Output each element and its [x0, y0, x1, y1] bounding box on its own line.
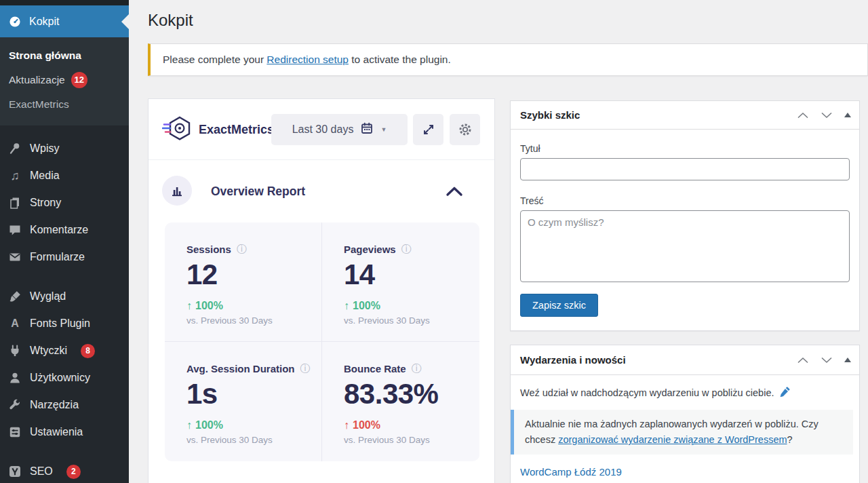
date-range-button[interactable]: Last 30 days ▼	[271, 114, 408, 145]
draft-title-label: Tytuł	[520, 143, 540, 154]
move-down-icon[interactable]	[821, 111, 833, 119]
expand-report-button[interactable]	[413, 114, 443, 145]
media-icon: ♫	[8, 169, 22, 182]
move-up-icon[interactable]	[797, 356, 809, 364]
stat-compare: vs. Previous 30 Days	[186, 435, 321, 445]
dashboard-gauge-icon	[8, 15, 22, 28]
up-arrow-icon: ↑	[186, 300, 192, 311]
chevron-down-icon: ▼	[380, 126, 387, 133]
exactmetrics-header: ExactMetrics Last 30 days ▼	[149, 99, 494, 160]
pencil-icon[interactable]	[779, 386, 791, 400]
quick-draft-panel: Szybki szkic Tytuł Treść Zapisz szkic	[510, 100, 860, 331]
plug-icon	[8, 344, 22, 358]
sidebar-item-dashboard[interactable]: Kokpit	[0, 5, 129, 37]
info-icon[interactable]: ⓘ	[412, 362, 422, 375]
wrench-icon	[8, 398, 22, 412]
info-icon[interactable]: ⓘ	[300, 362, 310, 375]
sidebar-item-plugins[interactable]: Wtyczki 8	[0, 337, 129, 364]
date-range-label: Last 30 days	[292, 123, 354, 136]
gear-icon	[458, 122, 473, 137]
stat-avg-session-duration: Avg. Session Durationⓘ 1s ↑100% vs. Prev…	[165, 342, 322, 461]
pin-icon	[8, 142, 22, 155]
move-up-icon[interactable]	[797, 111, 809, 119]
report-settings-button[interactable]	[450, 114, 480, 145]
save-draft-button[interactable]: Zapisz szkic	[520, 294, 598, 317]
admin-content: Kokpit Please complete your Redirection …	[129, 0, 868, 483]
stat-pageviews: Pageviewsⓘ 14 ↑100% vs. Previous 30 Days	[322, 223, 479, 342]
events-intro: Weź udział w nadchodzącym wydarzeniu w p…	[520, 386, 791, 400]
sidebar-item-posts[interactable]: Wpisy	[0, 135, 129, 162]
sliders-icon	[8, 425, 22, 439]
sidebar-item-settings[interactable]: Ustawienia	[0, 419, 129, 446]
plugins-count-badge: 8	[81, 344, 95, 358]
menu-group-seo: SEO 2	[0, 458, 129, 483]
stat-value: 12	[186, 258, 321, 291]
stat-compare: vs. Previous 30 Days	[344, 435, 479, 445]
page-title: Kokpit	[148, 11, 193, 30]
sidebar-item-appearance[interactable]: Wygląd	[0, 283, 129, 310]
stat-change: ↑100%	[186, 300, 321, 312]
overview-report-title: Overview Report	[211, 160, 305, 223]
sidebar-item-label: Kokpit	[29, 16, 59, 28]
events-news-title: Wydarzenia i nowości	[520, 354, 797, 366]
active-menu-arrow	[121, 14, 129, 29]
organize-event-link[interactable]: zorganizować wydarzenie związane z WordP…	[558, 434, 787, 445]
exactmetrics-brand: ExactMetrics	[199, 99, 272, 160]
stat-compare: vs. Previous 30 Days	[186, 315, 321, 326]
sidebar-item-seo[interactable]: SEO 2	[0, 458, 129, 483]
updates-count-badge: 12	[71, 72, 87, 88]
overview-report-header[interactable]: Overview Report	[149, 160, 494, 223]
up-arrow-icon: ↑	[186, 419, 192, 431]
collapse-toggle-icon[interactable]	[844, 358, 851, 362]
sidebar-item-pages[interactable]: Strony	[0, 189, 129, 216]
up-arrow-icon: ↑	[344, 300, 349, 311]
bar-chart-icon	[162, 176, 192, 206]
user-icon	[8, 371, 22, 385]
wordcamp-event-link[interactable]: WordCamp Łódź 2019	[520, 466, 622, 478]
brush-icon	[8, 290, 22, 303]
comment-icon	[8, 223, 22, 237]
stat-value: 1s	[186, 378, 321, 410]
move-down-icon[interactable]	[821, 356, 833, 364]
stat-change: ↑100%	[344, 419, 479, 431]
menu-group-site: Wygląd A Fonts Plugin Wtyczki 8 Użytkown…	[0, 283, 129, 446]
stat-value: 14	[344, 258, 479, 291]
info-icon[interactable]: ⓘ	[401, 243, 412, 256]
yoast-icon	[8, 465, 22, 478]
exactmetrics-logo-icon	[162, 115, 192, 147]
letter-a-icon: A	[8, 317, 22, 330]
quick-draft-title: Szybki szkic	[520, 109, 797, 121]
events-news-header: Wydarzenia i nowości	[511, 345, 859, 375]
wordpress-admin: Kokpit Strona główna Aktualizacje 12 Exa…	[0, 0, 868, 483]
up-arrow-icon: ↑	[344, 419, 349, 431]
sidebar-item-users[interactable]: Użytkownicy	[0, 364, 129, 391]
expand-icon	[422, 123, 435, 136]
chevron-up-icon[interactable]	[446, 186, 463, 199]
draft-title-input[interactable]	[520, 158, 850, 180]
draft-content-textarea[interactable]	[520, 210, 850, 282]
events-news-panel: Wydarzenia i nowości Weź udział w nadcho…	[510, 345, 860, 483]
sidebar-item-exactmetrics[interactable]: ExactMetrics	[0, 93, 129, 116]
adminbar-strip	[0, 0, 129, 5]
stat-bounce-rate: Bounce Rateⓘ 83.33% ↑100% vs. Previous 3…	[322, 342, 479, 461]
mail-icon	[8, 250, 22, 264]
notice-text: Please complete your Redirection setup t…	[163, 54, 451, 66]
sidebar-item-updates[interactable]: Aktualizacje 12	[0, 67, 129, 93]
sidebar-item-tools[interactable]: Narzędzia	[0, 391, 129, 419]
sidebar-item-fonts-plugin[interactable]: A Fonts Plugin	[0, 310, 129, 337]
sidebar-item-forms[interactable]: Formularze	[0, 244, 129, 271]
menu-group-content: Wpisy ♫ Media Strony Komentarze	[0, 135, 129, 271]
stat-compare: vs. Previous 30 Days	[344, 315, 479, 326]
draft-content-label: Treść	[520, 195, 543, 206]
sidebar-item-comments[interactable]: Komentarze	[0, 216, 129, 244]
sidebar-item-media[interactable]: ♫ Media	[0, 162, 129, 189]
stat-value: 83.33%	[344, 378, 479, 410]
collapse-toggle-icon[interactable]	[844, 113, 851, 117]
info-icon[interactable]: ⓘ	[237, 243, 247, 256]
seo-count-badge: 2	[66, 465, 81, 479]
redirection-setup-link[interactable]: Redirection setup	[267, 54, 349, 65]
calendar-icon	[361, 122, 373, 137]
quick-draft-header: Szybki szkic	[511, 101, 859, 130]
sidebar-item-home[interactable]: Strona główna	[0, 44, 129, 67]
overview-stats-grid: Sessionsⓘ 12 ↑100% vs. Previous 30 Days …	[165, 223, 479, 461]
